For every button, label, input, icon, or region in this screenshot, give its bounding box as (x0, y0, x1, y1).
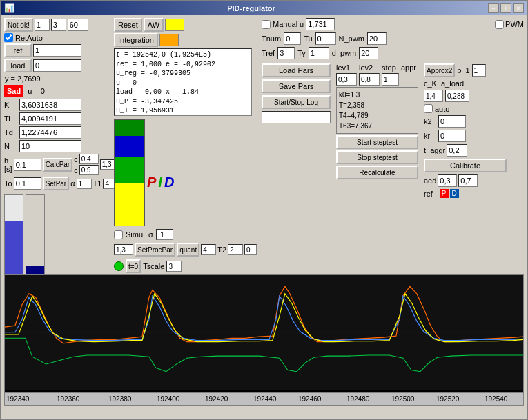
t-equals-0-button[interactable]: t=0 (126, 259, 141, 273)
d-box: D (450, 189, 459, 198)
quant-button[interactable]: quant (177, 243, 199, 257)
manual-checkbox[interactable] (262, 20, 271, 29)
tref-row: Tref Ty d_pwm (262, 47, 524, 59)
middle-panel: Reset AW Integration t = 192542,0 (1,925… (114, 18, 259, 273)
save-pars-button[interactable]: Save Pars (262, 79, 331, 93)
tu-input[interactable] (315, 32, 336, 45)
text-line-1: t = 192542,0 (1,9254E5) (116, 50, 250, 60)
td-input[interactable] (19, 126, 81, 139)
set-par-button[interactable]: SetPar (43, 177, 70, 190)
d-pwm-input[interactable] (359, 47, 378, 59)
aed-input2[interactable] (458, 174, 478, 187)
tnum-input[interactable] (284, 32, 301, 45)
ck-input[interactable] (424, 90, 443, 102)
load-pars-button[interactable]: Load Pars (262, 63, 331, 77)
start-stop-log-button[interactable]: Start/Stop Log (262, 95, 331, 109)
x-tick-2: 192360 (57, 395, 79, 403)
km-val-input[interactable] (114, 244, 133, 255)
top-section: Not ok! RetAuto ref load y = 2,76 (4, 18, 524, 273)
input1[interactable] (35, 19, 50, 31)
t0-row: To SetPar α T1 (4, 177, 111, 190)
ck-aload-values (424, 90, 507, 102)
u-input-right[interactable] (306, 18, 335, 30)
start-steptest-button[interactable]: Start steptest (336, 135, 418, 149)
kr-input[interactable] (438, 130, 466, 142)
x-tick-8: 192480 (346, 395, 369, 403)
simu-row: Simu σ (114, 229, 259, 240)
minimize-button[interactable]: − (488, 3, 499, 13)
alpha-input[interactable] (77, 179, 92, 189)
n-input[interactable] (19, 140, 81, 152)
t-aggr-input[interactable] (447, 144, 467, 157)
integration-button[interactable]: Integration (114, 33, 158, 47)
recalculate-button[interactable]: Recalculate (336, 166, 418, 179)
aload-input[interactable] (445, 90, 469, 102)
tscale-label: Tscale (143, 262, 164, 270)
auto-checkbox[interactable] (424, 104, 433, 113)
aw-button[interactable]: AW (144, 18, 164, 32)
c-input[interactable] (79, 154, 99, 164)
tref-input[interactable] (277, 47, 295, 59)
t2-val-input[interactable] (228, 244, 243, 255)
ty-input[interactable] (309, 47, 329, 59)
load-input[interactable] (33, 59, 81, 72)
log-input[interactable] (262, 111, 331, 123)
reset-button[interactable]: Reset (114, 18, 142, 32)
ret-auto-checkbox[interactable] (4, 33, 13, 42)
ti-label: Ti (4, 114, 18, 123)
k2-input[interactable] (438, 115, 466, 128)
maximize-button[interactable]: + (500, 3, 511, 13)
input2[interactable] (51, 19, 66, 31)
c2-input[interactable] (79, 165, 99, 175)
lev-section: lev1 lev2 step appr k0=1,3 T=2,358 T4=4,… (336, 63, 418, 199)
sigma-input[interactable] (156, 229, 173, 240)
k-input[interactable] (19, 99, 81, 111)
text-line-3: u_reg = -0,3799305 (116, 69, 250, 79)
lev1-input[interactable] (336, 73, 357, 86)
pid-display: P I D (147, 174, 174, 190)
status-led (114, 261, 124, 271)
close-button[interactable]: × (513, 3, 524, 13)
not-ok-button[interactable]: Not ok! (4, 18, 33, 32)
h-input[interactable] (14, 159, 41, 171)
input3[interactable] (68, 19, 88, 31)
ref-input[interactable] (33, 44, 81, 57)
n-pwm-input[interactable] (367, 32, 387, 45)
pwm-checkbox[interactable] (495, 20, 504, 29)
ti-input[interactable] (19, 112, 81, 125)
window-title: PID-regulator (14, 4, 488, 12)
t0-input[interactable] (14, 177, 41, 190)
simu-checkbox[interactable] (114, 230, 123, 239)
approx2-button[interactable]: Approx2 (424, 63, 455, 77)
n-label: N (4, 142, 18, 150)
color-chart-area: P I D (114, 119, 259, 226)
ref-button[interactable]: ref (4, 43, 32, 57)
ck-label: c_K (424, 79, 439, 88)
color-chart-left (114, 119, 145, 226)
aed-input1[interactable] (438, 174, 457, 187)
k-row: K (4, 99, 111, 111)
top-inputs-row: Not ok! (4, 18, 111, 32)
aw-indicator (165, 19, 184, 31)
b-input[interactable] (472, 64, 486, 77)
zero-input[interactable] (244, 244, 257, 255)
load-button[interactable]: load (4, 59, 32, 72)
set-proc-par-button[interactable]: SetProcPar (135, 243, 175, 257)
calibrate-button[interactable]: Calibrate (424, 159, 507, 172)
b-label: b_1 (457, 66, 469, 74)
lev2-input[interactable] (359, 73, 380, 86)
calc-par-button[interactable]: CalcPar (43, 158, 73, 172)
lev-values-row (336, 73, 418, 86)
alpha-label: α (70, 179, 75, 188)
c-inputs: c c (74, 154, 99, 175)
title-bar-icon: 📊 (4, 3, 14, 13)
x-tick-1: 192340 (6, 395, 29, 403)
t-aggr-row: t_aggr (424, 144, 507, 157)
auto-label: auto (435, 105, 449, 113)
stop-steptest-button[interactable]: Stop steptest (336, 150, 418, 164)
tscale-input[interactable] (166, 261, 182, 272)
t1-val-input[interactable] (201, 244, 216, 255)
step-input[interactable] (382, 73, 399, 86)
chart-svg (5, 275, 523, 405)
lev-header: lev1 lev2 step appr (336, 63, 418, 72)
